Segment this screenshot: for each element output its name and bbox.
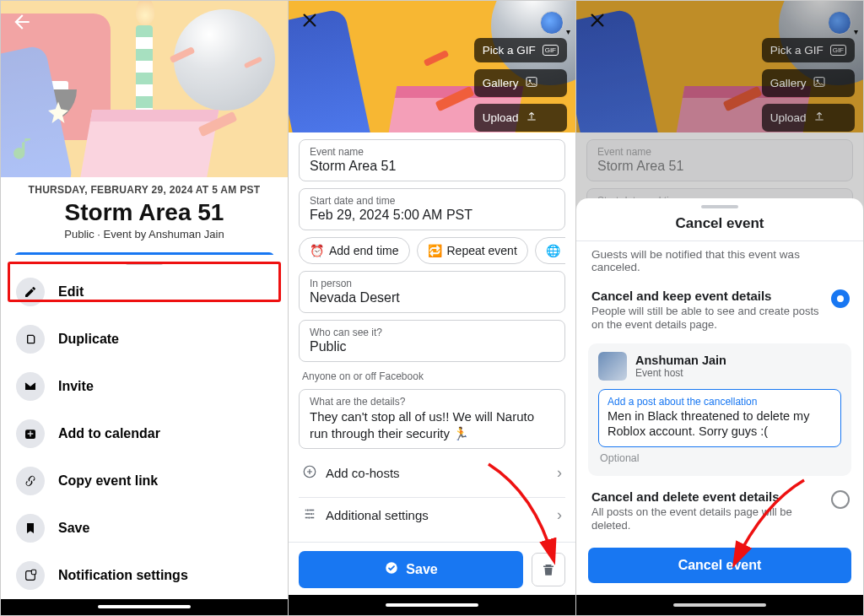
field-event-name[interactable]: Event name Storm Area 51 xyxy=(299,139,565,181)
host-avatar xyxy=(598,352,627,381)
panel-cancel-modal: Pick a GIF GIF Gallery Upload Event name… xyxy=(576,1,863,615)
label: Who can see it? xyxy=(310,327,554,338)
host-role: Event host xyxy=(635,367,726,379)
menu-add-calendar-label: Add to calendar xyxy=(58,426,160,441)
radio-unselected[interactable] xyxy=(831,490,850,509)
row-label: Add co-hosts xyxy=(326,466,400,480)
cancel-event-modal: Cancel event Guests will be notified tha… xyxy=(576,198,863,595)
action-sheet: Edit Duplicate Invite Add to calendar xyxy=(1,255,288,599)
link-icon xyxy=(16,467,45,495)
field-value: Men in Black threatened to delete my Rob… xyxy=(608,408,832,439)
svg-rect-4 xyxy=(31,570,35,574)
radio-selected[interactable] xyxy=(831,289,850,308)
event-subtitle: Public · Event by Anshuman Jain xyxy=(18,228,271,240)
save-button[interactable]: Save xyxy=(299,551,523,588)
field-details[interactable]: What are the details? They can't stop al… xyxy=(299,389,565,449)
event-date: THURSDAY, FEBRUARY 29, 2024 AT 5 AM PST xyxy=(18,184,271,196)
field-label: Add a post about the cancellation xyxy=(608,396,832,408)
close-icon[interactable] xyxy=(300,9,319,35)
check-circle-icon xyxy=(384,560,399,579)
field-start-date[interactable]: Start date and time Feb 29, 2024 5:00 AM… xyxy=(299,188,565,230)
menu-edit[interactable]: Edit xyxy=(1,268,288,316)
svg-point-10 xyxy=(308,516,310,518)
profile-avatar[interactable] xyxy=(540,11,564,35)
button-label: Cancel event xyxy=(678,558,762,572)
chip-pick-gif[interactable]: Pick a GIF GIF xyxy=(474,38,567,62)
option-keep-details[interactable]: Cancel and keep event details People wil… xyxy=(576,284,863,338)
row-additional-settings[interactable]: Additional settings › xyxy=(299,497,565,532)
bookmark-icon xyxy=(16,514,45,543)
row-add-cohosts[interactable]: Add co-hosts › xyxy=(299,456,565,490)
label: What are the details? xyxy=(310,396,554,408)
value: Nevada Desert xyxy=(310,290,554,305)
chip-upload[interactable]: Upload xyxy=(474,104,567,132)
value: Feb 29, 2024 5:00 AM PST xyxy=(310,208,554,223)
plus-circle-icon xyxy=(302,464,317,482)
event-cover: Pick a GIF GIF Gallery Upload xyxy=(289,1,575,132)
row-label: Additional settings xyxy=(326,508,429,522)
chip-label: Pick a GIF xyxy=(483,44,536,57)
system-nav-bar xyxy=(289,595,575,615)
pill-label: Repeat event xyxy=(447,244,517,257)
label: In person xyxy=(310,278,554,289)
upload-icon xyxy=(525,110,538,126)
event-header: THURSDAY, FEBRUARY 29, 2024 AT 5 AM PST … xyxy=(1,177,288,246)
menu-notification-settings[interactable]: Notification settings xyxy=(1,552,288,599)
sheet-grabber[interactable] xyxy=(126,262,163,265)
sheet-grabber[interactable] xyxy=(701,205,738,208)
chip-label: Gallery xyxy=(483,77,519,89)
notification-settings-icon xyxy=(16,561,45,590)
menu-invite-label: Invite xyxy=(58,379,94,394)
menu-edit-label: Edit xyxy=(58,284,84,300)
value: They can't stop all of us!! We will Naru… xyxy=(310,408,554,441)
copy-page-icon xyxy=(16,325,45,354)
image-icon xyxy=(525,75,538,91)
menu-notif-label: Notification settings xyxy=(58,568,188,583)
menu-duplicate[interactable]: Duplicate xyxy=(1,316,288,363)
value: Public xyxy=(310,339,554,354)
globe-icon: 🌐 xyxy=(546,244,560,257)
gif-icon: GIF xyxy=(543,45,559,56)
option-delete-details[interactable]: Cancel and delete event details All post… xyxy=(576,484,863,538)
repeat-icon: 🔁 xyxy=(428,244,442,257)
system-nav-bar xyxy=(1,599,288,615)
menu-copy-link[interactable]: Copy event link xyxy=(1,457,288,505)
event-cover xyxy=(1,1,288,177)
option-title: Cancel and keep event details xyxy=(591,289,823,303)
svg-point-9 xyxy=(310,513,312,515)
settings-list-icon xyxy=(302,506,317,524)
option-title: Cancel and delete event details xyxy=(591,489,823,504)
menu-add-calendar[interactable]: Add to calendar xyxy=(1,410,288,457)
cancel-event-button[interactable]: Cancel event xyxy=(588,548,851,583)
menu-save-label: Save xyxy=(58,521,89,536)
trash-icon xyxy=(541,562,556,577)
save-label: Save xyxy=(406,562,437,577)
pill-label: Add end time xyxy=(329,244,399,257)
menu-duplicate-label: Duplicate xyxy=(58,332,119,347)
back-icon[interactable] xyxy=(11,11,33,39)
label: Start date and time xyxy=(310,195,554,207)
chip-label: Upload xyxy=(483,111,519,124)
cancellation-post-field[interactable]: Add a post about the cancellation Men in… xyxy=(598,389,841,446)
pill-add-end-time[interactable]: ⏰ Add end time xyxy=(299,237,410,264)
host-name: Anshuman Jain xyxy=(635,354,726,367)
value: Storm Area 51 xyxy=(310,159,554,174)
panel-event-menu: THURSDAY, FEBRUARY 29, 2024 AT 5 AM PST … xyxy=(1,1,289,615)
svg-point-8 xyxy=(307,509,309,511)
pill-location[interactable]: 🌐 Los Angel xyxy=(535,237,565,264)
chip-gallery[interactable]: Gallery xyxy=(474,69,567,97)
envelope-icon xyxy=(16,372,45,401)
pill-repeat-event[interactable]: 🔁 Repeat event xyxy=(417,237,528,264)
delete-button[interactable] xyxy=(532,553,565,586)
modal-notice: Guests will be notified that this event … xyxy=(576,241,863,284)
privacy-helper: Anyone on or off Facebook xyxy=(299,369,565,382)
chevron-right-icon: › xyxy=(557,464,562,482)
chevron-right-icon: › xyxy=(557,506,562,524)
menu-save[interactable]: Save xyxy=(1,505,288,552)
host-card: Anshuman Jain Event host Add a post abou… xyxy=(588,343,851,475)
optional-label: Optional xyxy=(598,447,841,466)
menu-invite[interactable]: Invite xyxy=(1,363,288,410)
field-location[interactable]: In person Nevada Desert xyxy=(299,271,565,313)
label: Event name xyxy=(310,146,554,158)
field-privacy[interactable]: Who can see it? Public xyxy=(299,320,565,362)
